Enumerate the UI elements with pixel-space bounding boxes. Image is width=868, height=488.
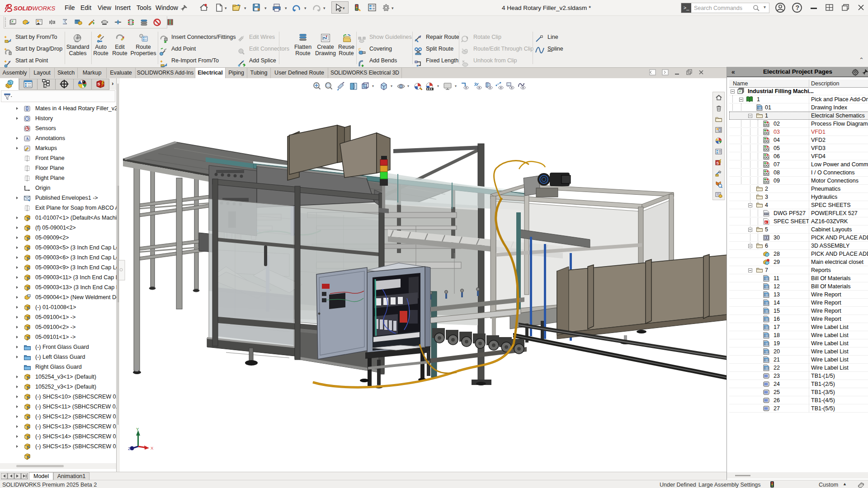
svg-text:?: ? <box>796 4 800 11</box>
svg-text:X: X <box>151 446 154 450</box>
svg-text:DWG: DWG <box>764 213 769 215</box>
svg-text:A: A <box>26 136 29 141</box>
svg-text:SOLIDWORKS: SOLIDWORKS <box>14 5 55 12</box>
svg-text:A: A <box>765 221 767 224</box>
svg-text:Z: Z <box>128 446 131 451</box>
svg-text:Y: Y <box>136 427 139 432</box>
svg-text:S: S <box>98 82 100 86</box>
